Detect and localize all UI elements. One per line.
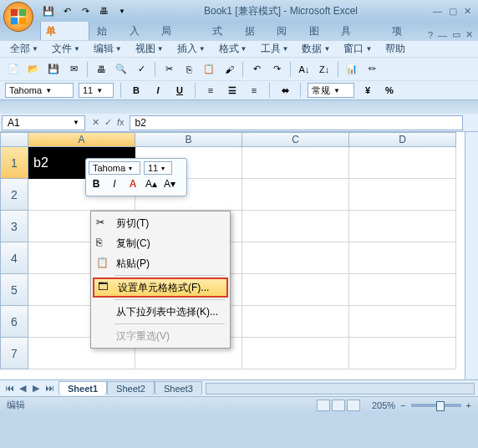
cell[interactable] xyxy=(349,274,456,306)
col-header-c[interactable]: C xyxy=(242,132,349,147)
col-header-b[interactable]: B xyxy=(135,132,242,147)
cell[interactable] xyxy=(242,338,349,369)
paste-icon[interactable]: 📋 xyxy=(201,61,217,78)
zoom-in-icon[interactable]: + xyxy=(466,400,471,410)
undo-btn-icon[interactable]: ↶ xyxy=(248,61,265,78)
underline-button[interactable]: U xyxy=(171,82,188,99)
mdi-minimize[interactable]: — xyxy=(438,30,447,40)
mini-shrink-font[interactable]: A▾ xyxy=(162,176,177,191)
print-btn-icon[interactable]: 🖶 xyxy=(93,61,109,78)
mini-bold[interactable]: B xyxy=(89,176,104,191)
drawing-icon[interactable]: ✏ xyxy=(364,61,380,78)
sort-asc-icon[interactable]: A↓ xyxy=(296,61,313,78)
col-header-d[interactable]: D xyxy=(349,132,456,147)
cell[interactable] xyxy=(349,306,456,338)
save-icon[interactable]: 💾 xyxy=(42,4,55,18)
menu-file[interactable]: 文件▼ xyxy=(47,40,85,58)
normal-view-icon[interactable] xyxy=(317,400,330,411)
next-sheet-icon[interactable]: ▶ xyxy=(30,383,42,394)
menu-data[interactable]: 数据▼ xyxy=(297,40,335,58)
cell[interactable] xyxy=(242,211,349,242)
copy-icon[interactable]: ⎘ xyxy=(181,61,197,78)
align-center-icon[interactable]: ☰ xyxy=(224,82,241,99)
formula-input[interactable]: b2 xyxy=(130,115,463,130)
horizontal-scrollbar[interactable] xyxy=(206,383,475,395)
chart-icon[interactable]: 📊 xyxy=(343,61,360,78)
cell[interactable] xyxy=(349,211,456,242)
ctx-format-cells[interactable]: 🗔设置单元格格式(F)... xyxy=(93,277,228,298)
cell[interactable] xyxy=(242,147,349,179)
select-all-corner[interactable] xyxy=(0,132,28,147)
menu-tools[interactable]: 工具▼ xyxy=(256,40,294,58)
ctx-paste[interactable]: 📋粘贴(P) xyxy=(93,253,228,273)
ctx-copy[interactable]: ⎘复制(C) xyxy=(93,233,228,253)
italic-button[interactable]: I xyxy=(150,82,166,99)
align-left-icon[interactable]: ≡ xyxy=(202,82,219,99)
sheet-tab-3[interactable]: Sheet3 xyxy=(155,381,202,395)
last-sheet-icon[interactable]: ⏭ xyxy=(43,383,55,394)
mini-size-combo[interactable]: 11▾ xyxy=(144,161,172,175)
merge-icon[interactable]: ⬌ xyxy=(277,82,293,99)
enter-edit-icon[interactable]: ✓ xyxy=(104,117,112,128)
maximize-button[interactable]: ▢ xyxy=(449,6,457,17)
mini-font-combo[interactable]: Tahoma▾ xyxy=(89,161,140,175)
sheet-tab-2[interactable]: Sheet2 xyxy=(107,381,155,395)
mini-font-color[interactable]: A xyxy=(125,176,140,191)
first-sheet-icon[interactable]: ⏮ xyxy=(3,383,15,394)
ctx-pick-from-list[interactable]: 从下拉列表中选择(K)... xyxy=(93,302,228,322)
zoom-out-icon[interactable]: − xyxy=(400,400,405,410)
menu-view[interactable]: 视图▼ xyxy=(130,40,169,58)
mail-icon[interactable]: ✉ xyxy=(65,61,82,78)
cell[interactable] xyxy=(242,274,349,306)
mini-italic[interactable]: I xyxy=(107,176,122,191)
cut-icon[interactable]: ✂ xyxy=(160,61,177,78)
new-icon[interactable]: 📄 xyxy=(5,61,22,78)
menu-help[interactable]: 帮助 xyxy=(380,40,410,58)
undo-icon[interactable]: ↶ xyxy=(60,4,74,18)
print-icon[interactable]: 🖶 xyxy=(97,4,110,18)
mini-grow-font[interactable]: A▴ xyxy=(144,176,159,191)
fx-icon[interactable]: fx xyxy=(117,117,125,128)
office-button[interactable] xyxy=(3,2,33,32)
prev-sheet-icon[interactable]: ◀ xyxy=(17,383,28,394)
page-layout-view-icon[interactable] xyxy=(332,400,345,411)
open-icon[interactable]: 📂 xyxy=(25,61,42,78)
row-header[interactable]: 3 xyxy=(0,211,28,242)
col-header-a[interactable]: A xyxy=(28,132,135,147)
ctx-cut[interactable]: ✂剪切(T) xyxy=(93,213,228,233)
qat-dropdown-icon[interactable]: ▼ xyxy=(115,4,129,18)
name-box[interactable]: A1▼ xyxy=(2,115,85,130)
zoom-slider[interactable] xyxy=(411,404,461,407)
cell[interactable] xyxy=(242,242,349,274)
percent-icon[interactable]: % xyxy=(381,82,398,99)
cell[interactable] xyxy=(349,338,456,369)
row-header[interactable]: 2 xyxy=(0,179,28,211)
page-break-view-icon[interactable] xyxy=(347,400,360,411)
sort-desc-icon[interactable]: Z↓ xyxy=(316,61,333,78)
vertical-scrollbar[interactable] xyxy=(465,132,478,379)
row-header[interactable]: 6 xyxy=(0,306,28,338)
cell[interactable] xyxy=(242,306,349,338)
redo-icon[interactable]: ↷ xyxy=(79,4,92,18)
spell-icon[interactable]: ✓ xyxy=(133,61,150,78)
currency-icon[interactable]: ¥ xyxy=(359,82,376,99)
format-painter-icon[interactable]: 🖌 xyxy=(221,61,237,78)
minimize-button[interactable]: — xyxy=(433,6,442,17)
redo-btn-icon[interactable]: ↷ xyxy=(268,61,285,78)
menu-format[interactable]: 格式▼ xyxy=(214,40,252,58)
save-btn-icon[interactable]: 💾 xyxy=(45,61,62,78)
cell[interactable] xyxy=(349,242,456,274)
align-right-icon[interactable]: ≡ xyxy=(246,82,262,99)
help-icon[interactable]: ? xyxy=(428,30,433,40)
zoom-level[interactable]: 205% xyxy=(372,400,395,410)
cell[interactable] xyxy=(242,179,349,211)
font-name-combo[interactable]: Tahoma▼ xyxy=(5,83,74,98)
row-header[interactable]: 5 xyxy=(0,274,28,306)
menu-insert[interactable]: 插入▼ xyxy=(172,40,211,58)
menu-all[interactable]: 全部▼ xyxy=(5,40,43,58)
menu-window[interactable]: 窗口▼ xyxy=(338,40,377,58)
menu-edit[interactable]: 编辑▼ xyxy=(89,40,127,58)
mdi-close[interactable]: ✕ xyxy=(465,29,473,40)
sheet-tab-1[interactable]: Sheet1 xyxy=(58,381,107,395)
preview-icon[interactable]: 🔍 xyxy=(113,61,130,78)
